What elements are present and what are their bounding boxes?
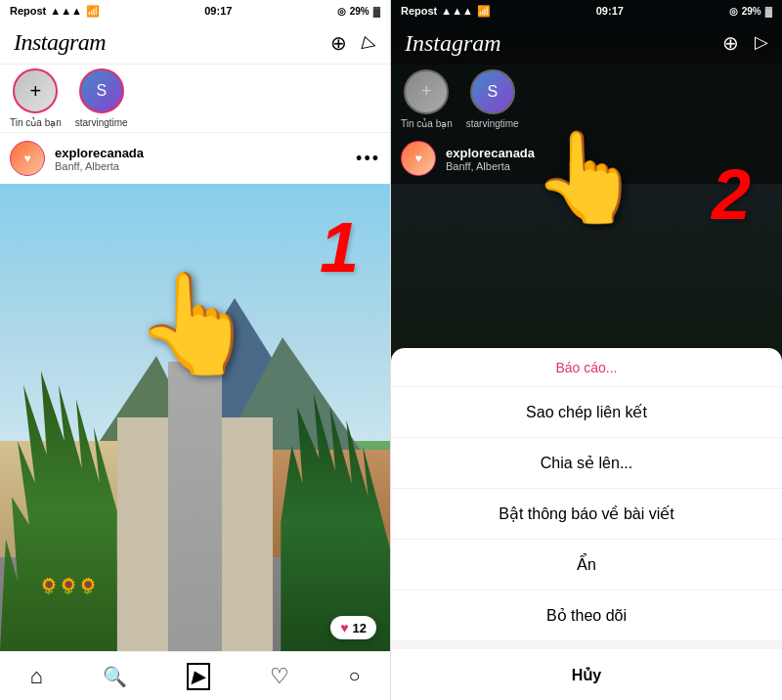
carrier-right: Repost <box>401 5 437 17</box>
right-panel: Repost ▲▲▲ 📶 09:17 ◎ 29% ▓ Instagram ⊕ ▷… <box>391 0 782 700</box>
add-post-icon-left[interactable]: ⊕ <box>330 31 347 55</box>
status-bar-right: Repost ▲▲▲ 📶 09:17 ◎ 29% ▓ <box>391 0 782 22</box>
battery-bar-right: ▓ <box>765 6 772 17</box>
sidewalk-left <box>117 417 168 651</box>
search-nav-icon[interactable]: 🔍 <box>103 665 127 688</box>
status-right-right: ◎ 29% ▓ <box>729 6 772 17</box>
your-story-avatar[interactable]: + <box>13 68 58 113</box>
story-item-starving[interactable]: S starvingtime <box>75 68 128 128</box>
step-number-2: 2 <box>712 154 751 235</box>
ig-header-right: Instagram ⊕ ▷ <box>391 22 782 65</box>
menu-item-unfollow[interactable]: Bỏ theo dõi <box>391 591 782 641</box>
stories-bar-right: + Tin của bạn S starvingtime <box>391 65 782 133</box>
signal-right: ▲▲▲ <box>441 5 473 17</box>
status-left: Repost ▲▲▲ 📶 <box>10 5 100 18</box>
bottom-sheet-menu: Báo cáo... Sao chép liên kết Chia sẻ lên… <box>391 348 782 700</box>
menu-item-notification[interactable]: Bật thông báo về bài viết <box>391 489 782 540</box>
post-header-left: ♥ explorecanada Banff, Alberta ••• <box>0 133 390 184</box>
location-icon-left: ◎ <box>337 6 346 17</box>
cancel-label: Hủy <box>572 666 601 684</box>
story-item-your-story-right[interactable]: + Tin của bạn <box>401 69 453 129</box>
signal-left: ▲▲▲ <box>50 5 82 17</box>
ig-logo-right: Instagram <box>405 30 501 57</box>
report-label: Báo cáo... <box>555 360 617 375</box>
heart-filled-icon: ♥ <box>340 620 348 635</box>
road <box>168 362 223 651</box>
post-username-left: explorecanada <box>55 146 346 160</box>
status-right-left: ◎ 29% ▓ <box>337 6 380 17</box>
battery-bar-left: ▓ <box>373 6 380 17</box>
activity-nav-icon[interactable]: ♡ <box>270 664 289 689</box>
ig-header-icons-left: ⊕ ▷ <box>330 31 376 55</box>
post-info-left: explorecanada Banff, Alberta <box>55 146 346 172</box>
share-label: Chia sẻ lên... <box>541 454 632 472</box>
add-post-icon-right[interactable]: ⊕ <box>722 31 739 55</box>
step-number-1: 1 <box>320 207 359 287</box>
bottom-nav-left: ⌂ 🔍 ▶ ♡ ○ <box>0 651 390 700</box>
starving-label-right: starvingtime <box>466 118 519 129</box>
like-count: 12 <box>353 621 367 635</box>
wifi-left: 📶 <box>86 5 100 18</box>
carrier-left: Repost <box>10 5 46 17</box>
ig-header-icons-right: ⊕ ▷ <box>722 31 768 55</box>
story-item-your-story[interactable]: + Tin của bạn <box>10 68 62 128</box>
battery-right: 29% <box>742 6 761 17</box>
menu-item-hide[interactable]: Ẩn <box>391 540 782 591</box>
like-badge[interactable]: ♥ 12 <box>330 616 376 639</box>
time-right: 09:17 <box>596 5 624 17</box>
ig-logo-left: Instagram <box>14 29 106 56</box>
time-left: 09:17 <box>204 5 232 17</box>
unfollow-label: Bỏ theo dõi <box>546 606 627 625</box>
menu-item-cancel[interactable]: Hủy <box>391 649 782 700</box>
menu-divider <box>391 641 782 649</box>
sidewalk-right <box>222 417 273 651</box>
post-avatar-left[interactable]: ♥ <box>10 141 45 176</box>
post-location-left: Banff, Alberta <box>55 160 346 172</box>
home-nav-icon[interactable]: ⌂ <box>29 664 42 689</box>
copy-link-label: Sao chép liên kết <box>526 403 647 421</box>
notification-label: Bật thông báo về bài viết <box>499 504 673 523</box>
status-bar-left: Repost ▲▲▲ 📶 09:17 ◎ 29% ▓ <box>0 0 390 22</box>
battery-left: 29% <box>350 6 369 17</box>
your-story-label: Tin của bạn <box>10 117 62 128</box>
your-story-label-right: Tin của bạn <box>401 118 453 129</box>
stories-bar-left: + Tin của bạn S starvingtime <box>0 65 390 133</box>
starving-avatar-right[interactable]: S <box>470 69 515 114</box>
profile-nav-icon[interactable]: ○ <box>348 665 360 687</box>
status-left-right: Repost ▲▲▲ 📶 <box>401 5 491 18</box>
ig-header-left: Instagram ⊕ ▷ <box>0 22 390 65</box>
starving-label: starvingtime <box>75 117 128 128</box>
post-image-left: 🌻🌻🌻 👆 1 ♥ 12 <box>0 184 390 651</box>
location-icon-right: ◎ <box>729 6 738 17</box>
hide-label: Ẩn <box>577 555 596 574</box>
send-icon-right[interactable]: ▷ <box>755 31 768 55</box>
post-avatar-right[interactable]: ♥ <box>401 141 436 176</box>
story-item-starving-right[interactable]: S starvingtime <box>466 69 519 129</box>
sunflowers: 🌻🌻🌻 <box>39 577 98 595</box>
starving-avatar[interactable]: S <box>79 68 124 113</box>
left-panel: Repost ▲▲▲ 📶 09:17 ◎ 29% ▓ Instagram ⊕ ▷… <box>0 0 391 700</box>
wifi-right: 📶 <box>477 5 491 18</box>
menu-item-copy-link[interactable]: Sao chép liên kết <box>391 387 782 438</box>
menu-item-report[interactable]: Báo cáo... <box>391 348 782 387</box>
send-icon-left[interactable]: ▷ <box>360 30 378 55</box>
post-more-left[interactable]: ••• <box>356 149 380 169</box>
your-story-avatar-right[interactable]: + <box>404 69 449 114</box>
reels-nav-icon[interactable]: ▶ <box>187 663 210 690</box>
menu-item-share[interactable]: Chia sẻ lên... <box>391 438 782 489</box>
